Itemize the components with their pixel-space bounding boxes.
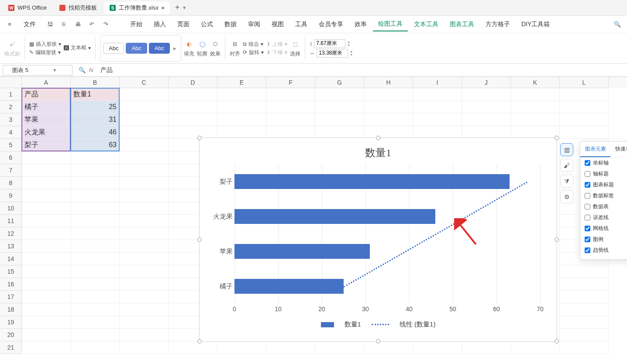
cell[interactable] bbox=[266, 113, 315, 126]
namebox-dropdown-icon[interactable]: ▾ bbox=[38, 67, 72, 73]
menu-file[interactable]: 文件 bbox=[18, 18, 41, 31]
row-header[interactable]: 11 bbox=[0, 215, 22, 227]
cell[interactable] bbox=[120, 189, 169, 202]
cell[interactable] bbox=[413, 88, 462, 101]
cell[interactable] bbox=[462, 126, 511, 139]
menu-formula[interactable]: 公式 bbox=[196, 18, 218, 31]
style-preset-3[interactable]: Abc bbox=[149, 43, 170, 54]
cell[interactable] bbox=[169, 88, 217, 101]
menu-draw-tools[interactable]: 绘图工具 bbox=[373, 17, 408, 31]
cell[interactable] bbox=[120, 341, 169, 354]
chart-bar[interactable] bbox=[234, 244, 370, 259]
tab-workbook[interactable]: S 工作簿数量.xlsx ● bbox=[104, 2, 170, 14]
menu-efficiency[interactable]: 效率 bbox=[349, 18, 372, 31]
cell[interactable] bbox=[22, 341, 71, 354]
cell[interactable] bbox=[511, 341, 560, 354]
cell[interactable] bbox=[315, 101, 364, 113]
row-header[interactable]: 15 bbox=[0, 265, 22, 278]
row-header[interactable]: 20 bbox=[0, 329, 22, 341]
menu-member[interactable]: 会员专享 bbox=[314, 18, 348, 31]
insert-shape-button[interactable]: ▦插入形状▾ bbox=[29, 41, 61, 48]
cell-A2[interactable]: 橘子 bbox=[22, 101, 71, 113]
cell[interactable] bbox=[315, 113, 364, 126]
cell[interactable] bbox=[169, 126, 217, 139]
chart-element-option[interactable]: 误差线 bbox=[580, 212, 627, 223]
search-icon[interactable]: 🔍 bbox=[612, 19, 623, 30]
namebox[interactable]: 图表 5 ▾ bbox=[3, 65, 72, 76]
cell[interactable] bbox=[22, 240, 71, 253]
rotate-button[interactable]: ⟳旋转▾ bbox=[243, 49, 264, 56]
chart-element-option[interactable]: 轴标题 bbox=[580, 168, 627, 179]
cell[interactable] bbox=[22, 164, 71, 177]
cell-B1[interactable]: 数量1 bbox=[71, 88, 120, 101]
gallery-more-icon[interactable]: ▸ bbox=[172, 45, 178, 52]
cell-A4[interactable]: 火龙果 bbox=[22, 126, 71, 139]
cell[interactable] bbox=[120, 316, 169, 329]
cell[interactable] bbox=[169, 113, 217, 126]
row-header[interactable]: 6 bbox=[0, 151, 22, 164]
resize-handle[interactable] bbox=[555, 237, 559, 242]
cell-B3[interactable]: 31 bbox=[71, 113, 120, 126]
new-tab-button[interactable]: + bbox=[172, 3, 183, 12]
row-header[interactable]: 16 bbox=[0, 278, 22, 291]
panel-tab-elements[interactable]: 图表元素 bbox=[580, 142, 610, 157]
resize-handle[interactable] bbox=[376, 136, 380, 140]
cell-B5[interactable]: 63 bbox=[71, 139, 120, 151]
row-header[interactable]: 9 bbox=[0, 189, 22, 202]
chart-element-checkbox[interactable] bbox=[585, 226, 590, 231]
chart-trendline[interactable] bbox=[343, 182, 527, 288]
cell[interactable] bbox=[364, 341, 413, 354]
select-button[interactable]: ⬚选择 bbox=[290, 39, 300, 58]
cell[interactable] bbox=[22, 278, 71, 291]
cell[interactable] bbox=[511, 126, 560, 139]
cell[interactable] bbox=[22, 329, 71, 341]
cell-A1[interactable]: 产品 bbox=[22, 88, 71, 101]
cell[interactable] bbox=[560, 329, 609, 341]
cell[interactable] bbox=[22, 151, 71, 164]
cell[interactable] bbox=[217, 101, 266, 113]
cell[interactable] bbox=[266, 341, 315, 354]
cell[interactable] bbox=[560, 126, 609, 139]
col-header[interactable]: F bbox=[266, 77, 315, 88]
resize-handle[interactable] bbox=[376, 339, 380, 343]
cell[interactable] bbox=[266, 88, 315, 101]
cell[interactable] bbox=[71, 341, 120, 354]
chart-element-checkbox[interactable] bbox=[585, 237, 590, 242]
cell[interactable] bbox=[413, 126, 462, 139]
height-spinner[interactable]: ▲▼ bbox=[347, 40, 350, 47]
row-header[interactable]: 13 bbox=[0, 240, 22, 253]
cell[interactable] bbox=[71, 202, 120, 215]
chart-element-checkbox[interactable] bbox=[585, 160, 590, 166]
cell[interactable] bbox=[22, 316, 71, 329]
resize-handle[interactable] bbox=[555, 339, 559, 343]
row-header[interactable]: 2 bbox=[0, 101, 22, 113]
chart-element-option[interactable]: 坐标轴 bbox=[580, 158, 627, 168]
col-header[interactable]: E bbox=[217, 77, 266, 88]
row-header[interactable]: 5 bbox=[0, 139, 22, 151]
cell[interactable] bbox=[315, 88, 364, 101]
row-header[interactable]: 19 bbox=[0, 316, 22, 329]
cell[interactable] bbox=[560, 101, 609, 113]
fx-icon[interactable]: fx bbox=[89, 67, 93, 73]
cell[interactable] bbox=[71, 278, 120, 291]
menu-tools[interactable]: 工具 bbox=[290, 18, 313, 31]
chart-element-option[interactable]: 趋势线 bbox=[580, 245, 627, 256]
cell[interactable] bbox=[462, 88, 511, 101]
cell[interactable] bbox=[120, 101, 169, 113]
undo-icon[interactable]: ↶ bbox=[86, 19, 97, 30]
col-header[interactable]: B bbox=[71, 77, 120, 88]
chart-element-checkbox[interactable] bbox=[585, 193, 590, 199]
cell[interactable] bbox=[22, 177, 71, 189]
chart-element-checkbox[interactable] bbox=[585, 171, 590, 177]
edit-shape-button[interactable]: ✎编辑形状▾ bbox=[29, 49, 61, 56]
menu-view[interactable]: 视图 bbox=[266, 18, 289, 31]
row-header[interactable]: 14 bbox=[0, 253, 22, 265]
cell[interactable] bbox=[413, 341, 462, 354]
chart-elements-button[interactable]: ▥ bbox=[560, 143, 573, 156]
cell[interactable] bbox=[560, 303, 609, 316]
menu-chart-tools[interactable]: 图表工具 bbox=[444, 18, 479, 31]
fill-button[interactable]: ◐填充 bbox=[184, 39, 194, 58]
menu-review[interactable]: 审阅 bbox=[243, 18, 265, 31]
col-header[interactable]: C bbox=[120, 77, 169, 88]
cell[interactable] bbox=[266, 101, 315, 113]
